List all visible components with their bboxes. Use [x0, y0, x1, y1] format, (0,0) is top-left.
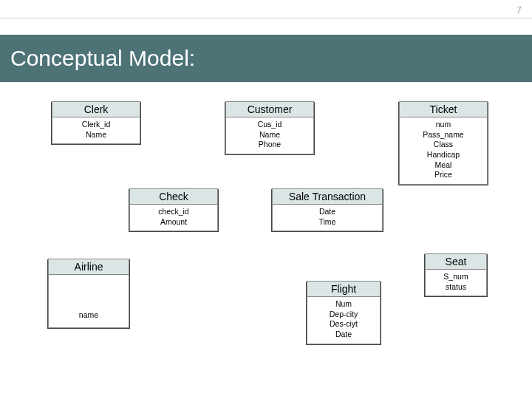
entity-sale-transaction: Sale Transaction Date Time	[272, 188, 383, 231]
entity-attr: Meal	[400, 160, 487, 171]
entity-body: Date Time	[272, 205, 383, 231]
entity-title: Clerk	[52, 101, 140, 117]
entity-attr: Phone	[226, 140, 313, 150]
entity-attr: Handicap	[400, 150, 487, 160]
entity-title: Seat	[425, 253, 487, 270]
entity-body: S_num status	[425, 270, 487, 296]
entity-customer: Customer Cus_id Name Phone	[225, 101, 314, 154]
entity-airline: Airline name	[48, 259, 129, 328]
entity-attr: Name	[226, 130, 313, 140]
entity-attr: check_id	[130, 207, 217, 217]
entity-attr: Date	[273, 207, 382, 217]
entity-attr: Cus_id	[226, 120, 313, 130]
entity-clerk: Clerk Clerk_id Name	[52, 101, 140, 144]
entity-title: Sale Transaction	[272, 188, 383, 205]
entity-ticket: Ticket num Pass_name Class Handicap Meal…	[399, 101, 488, 185]
entity-title: Flight	[307, 281, 381, 297]
entity-attr: Date	[307, 330, 380, 340]
entity-body: check_id Amount	[129, 205, 218, 231]
entity-attr: Clerk_id	[52, 120, 140, 130]
entity-flight: Flight Num Dep-city Des-ciyt Date	[307, 281, 381, 344]
page-number: 7	[516, 4, 522, 16]
title-bar: Conceptual Model:	[0, 35, 532, 82]
entity-body: Cus_id Name Phone	[225, 117, 314, 154]
entity-title: Airline	[48, 259, 129, 275]
entity-attr: Class	[400, 140, 487, 150]
entity-body: num Pass_name Class Handicap Meal Price	[399, 117, 488, 185]
entity-check: Check check_id Amount	[129, 188, 218, 231]
entity-title: Check	[129, 188, 218, 205]
entity-attr: Num	[307, 299, 380, 310]
entity-attr: Name	[52, 130, 140, 140]
entity-body: name	[48, 275, 129, 328]
entity-attr: status	[426, 282, 486, 293]
entity-attr: Time	[273, 217, 382, 228]
entity-attr: Dep-city	[307, 310, 380, 320]
page-title: Conceptual Model:	[10, 46, 195, 71]
entity-title: Ticket	[399, 101, 488, 117]
entity-attr: num	[400, 120, 487, 130]
entity-attr: S_num	[426, 272, 486, 282]
entity-attr: Amount	[130, 217, 217, 228]
top-rule	[0, 18, 532, 18]
entity-title: Customer	[225, 101, 314, 117]
entity-attr: name	[49, 310, 129, 321]
entity-body: Num Dep-city Des-ciyt Date	[307, 297, 381, 344]
entity-body: Clerk_id Name	[52, 117, 140, 144]
entity-attr: Price	[400, 170, 487, 180]
entity-attr: Des-ciyt	[307, 319, 380, 330]
diagram-canvas: Clerk Clerk_id Name Customer Cus_id Name…	[0, 92, 532, 399]
entity-seat: Seat S_num status	[425, 253, 487, 296]
entity-attr: Pass_name	[400, 130, 487, 140]
